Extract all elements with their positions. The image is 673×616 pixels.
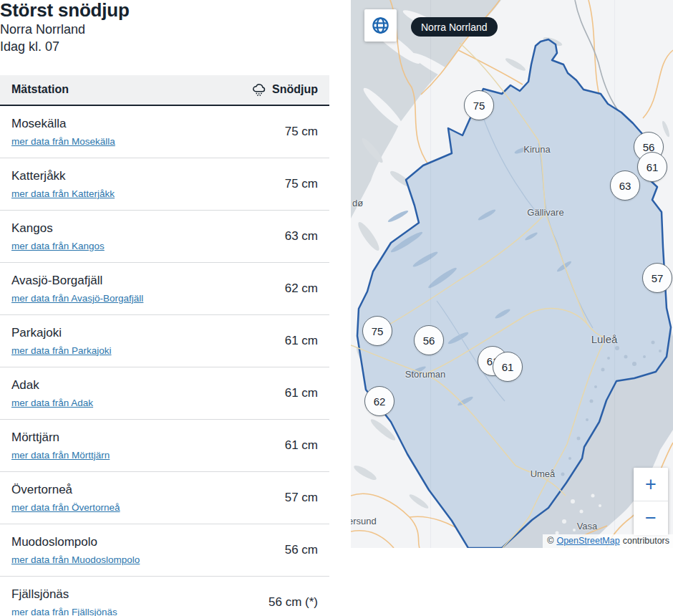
snowdepth-value: 75 cm xyxy=(285,125,318,139)
table-header: Mätstation Snödjup xyxy=(0,75,329,106)
tile-seam xyxy=(430,0,431,548)
station-name: Avasjö-Borgafjäll xyxy=(11,274,285,288)
station-link[interactable]: mer data från Mörttjärn xyxy=(11,450,110,461)
table-row: Avasjö-Borgafjäll mer data från Avasjö-B… xyxy=(0,263,329,315)
page: Störst snödjup Norra Norrland Idag kl. 0… xyxy=(0,0,673,616)
map[interactable]: døKirunaGällivareStorumanLuleåUmeåVasaer… xyxy=(351,0,673,548)
zoom-out-button[interactable]: − xyxy=(634,501,668,535)
station-link[interactable]: mer data från Katterjåkk xyxy=(11,188,115,199)
table-row: Adak mer data från Adak 61 cm xyxy=(0,367,329,420)
snowdepth-value: 56 cm xyxy=(285,543,318,557)
station-name: Övertorneå xyxy=(11,483,285,497)
station-link[interactable]: mer data från Adak xyxy=(11,398,93,408)
station-link[interactable]: mer data från Fjällsjönäs xyxy=(11,607,117,616)
globe-icon xyxy=(371,16,390,35)
map-marker[interactable]: 56 xyxy=(414,325,444,355)
map-graphics xyxy=(351,0,673,548)
station-name: Muodoslompolo xyxy=(11,535,285,549)
page-title: Störst snödjup xyxy=(0,0,329,21)
station-link[interactable]: mer data från Mosekälla xyxy=(11,136,115,147)
globe-button[interactable] xyxy=(364,9,397,42)
zoom-controls: + − xyxy=(634,468,668,535)
station-link[interactable]: mer data från Muodoslompolo xyxy=(11,554,140,565)
table-row: Mörttjärn mer data från Mörttjärn 61 cm xyxy=(0,420,329,472)
snowdepth-value: 57 cm xyxy=(285,491,318,505)
snowfall-icon xyxy=(251,82,266,97)
attribution-suffix: contributors xyxy=(623,536,669,546)
snowdepth-value: 61 cm xyxy=(285,334,318,348)
table-row: Mosekälla mer data från Mosekälla 75 cm xyxy=(0,106,329,158)
snowdepth-value: 61 cm xyxy=(285,438,318,453)
time-subtitle: Idag kl. 07 xyxy=(0,39,329,56)
station-link[interactable]: mer data från Övertorneå xyxy=(11,502,120,513)
map-marker[interactable]: 75 xyxy=(464,90,494,120)
station-name: Adak xyxy=(11,378,285,393)
snowdepth-value: 75 cm xyxy=(285,177,318,191)
station-name: Kangos xyxy=(11,221,285,236)
map-marker[interactable]: 57 xyxy=(642,263,672,293)
station-link[interactable]: mer data från Avasjö-Borgafjäll xyxy=(11,293,143,304)
station-table: Mosekälla mer data från Mosekälla 75 cm … xyxy=(0,106,329,616)
region-subtitle: Norra Norrland xyxy=(0,21,329,39)
station-column-header: Mätstation xyxy=(11,83,69,96)
snowdepth-value: 62 cm xyxy=(285,281,318,296)
map-attribution: © OpenStreetMap contributors xyxy=(543,534,673,548)
station-name: Parkajoki xyxy=(11,326,285,340)
table-row: Övertorneå mer data från Övertorneå 57 c… xyxy=(0,472,329,524)
snowdepth-value: 61 cm xyxy=(285,386,318,400)
map-marker[interactable]: 61 xyxy=(637,152,667,182)
table-row: Fjällsjönäs mer data från Fjällsjönäs 56… xyxy=(0,577,329,616)
snowdepth-column-header: Snödjup xyxy=(251,82,318,97)
station-name: Mosekälla xyxy=(11,117,285,131)
station-name: Mörttjärn xyxy=(11,430,285,445)
station-name: Fjällsjönäs xyxy=(11,587,268,602)
tile-seam xyxy=(614,0,615,548)
map-marker[interactable]: 62 xyxy=(364,386,394,416)
map-marker[interactable]: 75 xyxy=(362,316,392,346)
copyright-symbol: © xyxy=(547,536,553,546)
openstreetmap-link[interactable]: OpenStreetMap xyxy=(556,536,619,546)
zoom-in-button[interactable]: + xyxy=(634,468,668,501)
snowdepth-value: 56 cm (*) xyxy=(268,595,318,610)
station-link[interactable]: mer data från Kangos xyxy=(11,241,105,251)
station-link[interactable]: mer data från Parkajoki xyxy=(11,345,112,356)
map-marker[interactable]: 63 xyxy=(610,170,640,201)
station-name: Katterjåkk xyxy=(11,169,285,183)
table-row: Katterjåkk mer data från Katterjåkk 75 c… xyxy=(0,158,329,211)
table-row: Muodoslompolo mer data från Muodoslompol… xyxy=(0,524,329,577)
table-row: Kangos mer data från Kangos 63 cm xyxy=(0,211,329,263)
table-row: Parkajoki mer data från Parkajoki 61 cm xyxy=(0,315,329,367)
map-marker[interactable]: 61 xyxy=(493,352,523,382)
snow-depth-panel: Störst snödjup Norra Norrland Idag kl. 0… xyxy=(0,0,329,616)
region-label: Norra Norrland xyxy=(411,17,498,37)
snowdepth-value: 63 cm xyxy=(285,229,318,244)
